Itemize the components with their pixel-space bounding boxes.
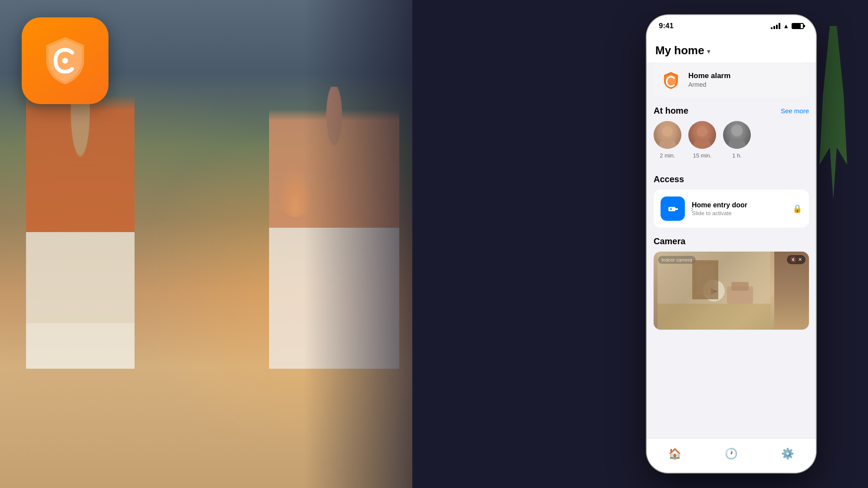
people-row: 2 min. 15 min. 1 h. xyxy=(647,121,816,166)
alarm-title: Home alarm xyxy=(688,72,730,80)
key-icon xyxy=(667,203,679,215)
tab-settings[interactable]: ⚙️ xyxy=(760,448,816,460)
svg-rect-16 xyxy=(731,282,749,291)
person-2-time: 15 min. xyxy=(693,152,712,159)
home-title-row[interactable]: My home ▾ xyxy=(655,44,807,57)
svg-point-7 xyxy=(728,138,746,149)
person-item-1[interactable]: 2 min. xyxy=(654,121,681,159)
access-icon-wrap xyxy=(661,197,685,221)
settings-tab-icon: ⚙️ xyxy=(781,448,794,460)
svg-point-10 xyxy=(670,208,672,210)
alarm-card[interactable]: Home alarm Armed xyxy=(654,62,809,97)
access-header: Access xyxy=(647,166,816,190)
history-tab-icon: 🕐 xyxy=(725,448,738,460)
svg-point-5 xyxy=(694,138,711,149)
svg-rect-11 xyxy=(658,304,770,330)
wifi-icon: ▲ xyxy=(783,23,789,29)
camera-main-view: Indoor camera ▶ xyxy=(654,252,774,330)
status-bar: 9:41 ▲ xyxy=(647,15,816,37)
phone-mockup: 9:41 ▲ My home ▾ xyxy=(647,15,816,473)
status-time: 9:41 xyxy=(659,22,674,30)
svg-point-6 xyxy=(731,125,743,136)
tab-history[interactable]: 🕐 xyxy=(703,448,760,460)
person-item-3[interactable]: 1 h. xyxy=(723,121,751,159)
alarm-icon-wrap xyxy=(661,69,681,90)
alarm-shield-icon xyxy=(662,71,680,89)
camera-header: Camera xyxy=(647,228,816,252)
door-action: Slide to activate xyxy=(692,210,786,216)
shield-app-icon xyxy=(39,35,91,87)
alarm-status: Armed xyxy=(688,81,730,88)
camera-title: Camera xyxy=(654,236,685,246)
lock-icon: 🔒 xyxy=(792,204,802,213)
at-home-title: At home xyxy=(654,106,688,116)
svg-point-1 xyxy=(662,126,673,137)
person-left-figure xyxy=(26,65,135,369)
tab-bar: 🏠 🕐 ⚙️ xyxy=(647,438,816,473)
svg-rect-14 xyxy=(697,265,714,295)
mute-x: ✕ xyxy=(798,257,802,262)
status-icons: ▲ xyxy=(771,23,804,29)
avatar-3 xyxy=(723,121,751,149)
tab-home[interactable]: 🏠 xyxy=(647,448,703,460)
access-card[interactable]: Home entry door Slide to activate 🔒 xyxy=(654,190,809,228)
app-icon[interactable] xyxy=(22,17,108,104)
door-name: Home entry door xyxy=(692,201,786,209)
camera-feed-visual xyxy=(654,252,774,330)
svg-rect-9 xyxy=(674,208,678,210)
avatar-2 xyxy=(688,121,716,149)
camera-side-view: 🔇 ✕ xyxy=(774,252,809,330)
camera-inner: Indoor camera ▶ xyxy=(654,252,809,330)
svg-point-4 xyxy=(697,126,707,137)
person-1-time: 2 min. xyxy=(660,152,675,159)
person-3-avatar-image xyxy=(723,121,751,149)
mute-icon: 🔇 xyxy=(790,257,796,262)
alarm-text: Home alarm Armed xyxy=(688,72,730,88)
access-door-text: Home entry door Slide to activate xyxy=(692,201,786,216)
camera-preview[interactable]: Indoor camera ▶ xyxy=(654,252,809,330)
person-2-avatar-image xyxy=(688,121,716,149)
phone-scroll-content[interactable]: My home ▾ Home alarm Armed At home xyxy=(647,37,816,438)
at-home-header: At home See more xyxy=(647,97,816,121)
home-tab-icon: 🏠 xyxy=(668,448,681,460)
svg-point-2 xyxy=(659,138,676,149)
mute-button[interactable]: 🔇 ✕ xyxy=(787,255,806,264)
home-title: My home xyxy=(655,44,704,57)
phone-header: My home ▾ xyxy=(647,37,816,62)
person-right-figure xyxy=(269,87,399,369)
access-title: Access xyxy=(654,174,684,184)
person-3-time: 1 h. xyxy=(732,152,742,159)
battery-icon xyxy=(792,23,804,29)
signal-icon xyxy=(771,23,780,29)
person-1-avatar-image xyxy=(654,121,681,149)
see-more-link[interactable]: See more xyxy=(781,107,809,115)
avatar-1 xyxy=(654,121,681,149)
svg-point-0 xyxy=(62,58,68,63)
chevron-down-icon[interactable]: ▾ xyxy=(707,47,710,56)
person-item-2[interactable]: 15 min. xyxy=(688,121,716,159)
